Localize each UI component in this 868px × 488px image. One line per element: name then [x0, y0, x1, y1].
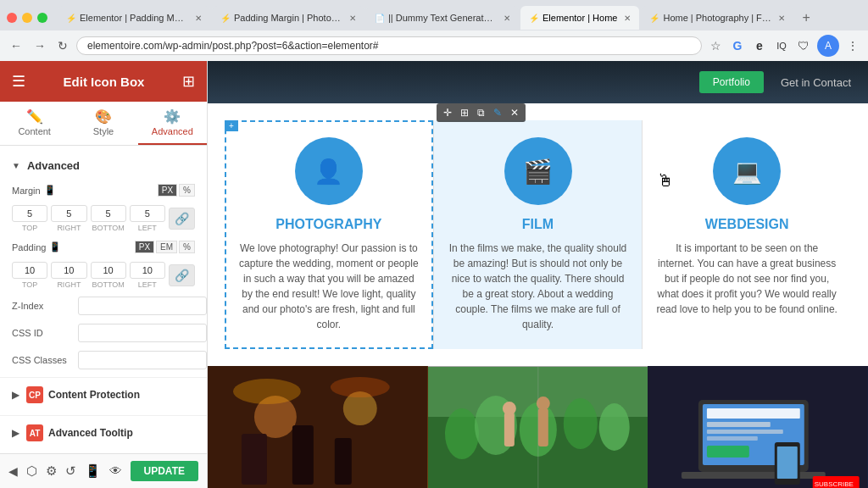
- responsive-icon[interactable]: ⬡: [26, 463, 37, 479]
- new-tab-button[interactable]: +: [795, 7, 816, 29]
- zindex-input[interactable]: [78, 297, 207, 315]
- film-icon-circle: 🎬: [504, 137, 572, 205]
- forward-button[interactable]: →: [31, 37, 49, 54]
- margin-bottom-input[interactable]: [91, 205, 126, 222]
- hamburger-icon[interactable]: ☰: [12, 72, 25, 91]
- content-protection-header[interactable]: ▶ CP Content Protection: [0, 378, 207, 412]
- browser-icon-e: e: [751, 39, 768, 53]
- toolbar-close-icon[interactable]: ✕: [507, 105, 522, 120]
- close-window-dot[interactable]: [7, 13, 17, 23]
- toolbar-duplicate-icon[interactable]: ⧉: [474, 105, 488, 120]
- advanced-tooltip-label: Advanced Tooltip: [48, 427, 133, 439]
- margin-top-input-wrap: TOP: [12, 205, 47, 232]
- svg-rect-3: [242, 434, 267, 485]
- cssclasses-input[interactable]: [78, 351, 207, 369]
- film-desc: In the films we make, the quality should…: [448, 241, 629, 332]
- browser-tab-1[interactable]: ⚡ Elementor | Padding Margin ✕: [58, 6, 210, 30]
- padding-unit-percent[interactable]: %: [179, 241, 195, 253]
- preview-icon[interactable]: 📱: [85, 463, 101, 479]
- browser-tab-4[interactable]: ⚡ Elementor | Home ✕: [520, 6, 639, 30]
- profile-avatar[interactable]: A: [817, 35, 839, 57]
- toolbar-move-icon[interactable]: ✛: [440, 105, 455, 120]
- browser-tab-3[interactable]: 📄 || Dummy Text Generator |... ✕: [366, 6, 519, 30]
- history-icon[interactable]: ↺: [65, 463, 76, 479]
- settings-bottom-icon[interactable]: ⚙: [46, 463, 57, 479]
- bookmark-icon[interactable]: ☆: [707, 39, 724, 53]
- card-film: 🎬 FILM In the films we make, the quality…: [434, 120, 643, 349]
- menu-icon[interactable]: ⋮: [844, 39, 861, 53]
- photo-strip: SUBSCRIBE: [208, 366, 868, 488]
- padding-link-icon[interactable]: 🔗: [169, 264, 195, 286]
- maximize-window-dot[interactable]: [37, 13, 47, 23]
- margin-left-input[interactable]: [130, 205, 165, 222]
- svg-rect-24: [682, 472, 826, 479]
- get-in-contact-button[interactable]: Portfolio: [699, 71, 764, 93]
- padding-info-icon: 📱: [49, 241, 61, 252]
- tab-advanced[interactable]: ⚙️ Advanced: [138, 102, 207, 145]
- minimize-window-dot[interactable]: [22, 13, 32, 23]
- browser-tab-2[interactable]: ⚡ Padding Margin | Photogra... ✕: [212, 6, 364, 30]
- svg-rect-17: [538, 408, 548, 446]
- padding-right-input[interactable]: [51, 262, 86, 279]
- padding-left-input-wrap: LEFT: [130, 262, 165, 289]
- margin-unit-percent[interactable]: %: [179, 184, 195, 197]
- webdesign-icon-circle: 💻: [713, 137, 781, 205]
- margin-unit-px[interactable]: PX: [158, 184, 177, 197]
- padding-top-input[interactable]: [12, 262, 47, 279]
- webdesign-icon: 💻: [732, 158, 762, 186]
- browser-icon-iq: IQ: [773, 41, 790, 51]
- svg-rect-27: [707, 430, 783, 434]
- zindex-label: Z-Index: [12, 301, 71, 311]
- padding-left-input[interactable]: [130, 262, 165, 279]
- tab-close-2[interactable]: ✕: [349, 14, 356, 23]
- tab-style[interactable]: 🎨 Style: [69, 102, 137, 145]
- margin-top-input[interactable]: [12, 205, 47, 222]
- svg-rect-28: [707, 436, 758, 441]
- tab-content[interactable]: ✏️ Content: [0, 102, 69, 145]
- cssclasses-label: CSS Classes: [12, 355, 71, 365]
- padding-bottom-label: BOTTOM: [92, 280, 124, 289]
- grid-icon[interactable]: ⊞: [182, 72, 195, 91]
- margin-info-icon: 📱: [44, 185, 56, 196]
- padding-unit-px[interactable]: PX: [135, 241, 154, 253]
- margin-bottom-label: BOTTOM: [92, 224, 124, 232]
- tab-icon-1: ⚡: [66, 14, 76, 23]
- svg-rect-5: [335, 438, 352, 485]
- content-area: Portfolio Get in Contact ✛ ⊞ ⧉ ✎ ✕: [208, 61, 868, 488]
- column-handle: +: [225, 120, 238, 131]
- tab-icon-2: ⚡: [220, 14, 231, 23]
- cssid-input[interactable]: [78, 324, 207, 342]
- tab-close-3[interactable]: ✕: [504, 14, 510, 23]
- toolbar-edit-icon[interactable]: ✎: [490, 105, 505, 120]
- address-bar[interactable]: elementoire.com/wp-admin/post.php?post=6…: [76, 36, 702, 55]
- card-photography: + 👤 PHOTOGRAPHY We love photography! Our…: [225, 120, 434, 349]
- sidebar-tabs: ✏️ Content 🎨 Style ⚙️ Advanced: [0, 102, 207, 146]
- browser-tab-5[interactable]: ⚡ Home | Photography | Film... ✕: [641, 6, 793, 30]
- svg-rect-31: [777, 446, 798, 479]
- advanced-tab-icon: ⚙️: [164, 108, 181, 125]
- advanced-section-header[interactable]: ▼ Advanced: [0, 152, 207, 179]
- back-button[interactable]: ←: [7, 37, 25, 54]
- margin-left-input-wrap: LEFT: [130, 205, 165, 232]
- svg-rect-29: [707, 446, 749, 458]
- film-icon: 🎬: [523, 158, 553, 186]
- tab-close-5[interactable]: ✕: [778, 14, 785, 23]
- margin-right-input[interactable]: [51, 205, 86, 222]
- update-button[interactable]: UPDATE: [131, 461, 198, 481]
- collapse-panel-icon[interactable]: ◀: [8, 464, 18, 478]
- toolbar-columns-icon[interactable]: ⊞: [457, 105, 472, 120]
- content-tab-icon: ✏️: [26, 108, 43, 125]
- concert-photo-svg: [208, 366, 428, 488]
- margin-link-icon[interactable]: 🔗: [169, 208, 195, 230]
- portfolio-link[interactable]: Get in Contact: [781, 76, 851, 89]
- tab-close-1[interactable]: ✕: [195, 14, 202, 23]
- padding-unit-em[interactable]: EM: [156, 241, 177, 253]
- svg-point-13: [563, 398, 597, 449]
- advanced-tooltip-badge: AT: [26, 424, 43, 441]
- eye-icon[interactable]: 👁: [109, 463, 122, 479]
- advanced-tooltip-header[interactable]: ▶ AT Advanced Tooltip: [0, 416, 207, 450]
- padding-unit-selector: PX EM %: [135, 241, 195, 253]
- padding-bottom-input[interactable]: [91, 262, 126, 279]
- tab-close-4[interactable]: ✕: [624, 14, 631, 23]
- refresh-button[interactable]: ↻: [54, 37, 71, 54]
